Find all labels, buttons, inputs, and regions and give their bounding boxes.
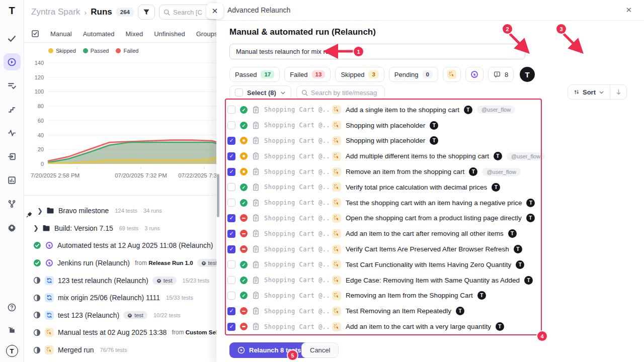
relaunch-button[interactable]: Relaunch 8 tests [229, 342, 309, 358]
test-row[interactable]: ✓ Shopping Cart @.. Shopping with placeh… [227, 133, 549, 149]
run-title[interactable]: Jenkins run (Relaunch) [57, 259, 130, 267]
test-row[interactable]: ✓ Shopping Cart @.. Add an item to the c… [227, 319, 549, 334]
filter-chip-pending[interactable]: Pending 0 [389, 67, 438, 82]
settings-gear-icon[interactable] [4, 219, 21, 236]
search-clear-button[interactable]: ✕ [206, 3, 223, 19]
run-row[interactable]: test 123 (Relaunch)test10/22 tests [24, 307, 220, 324]
run-row[interactable]: Manual tests at 02 Aug 2025 13:38from Cu… [24, 324, 220, 341]
test-checkbox[interactable]: ✓ [227, 230, 235, 238]
run-row[interactable]: Automated tests at 12 Aug 2025 11:08 (Re… [24, 237, 220, 254]
filter-button[interactable] [138, 5, 155, 20]
tab-manual[interactable]: Manual [50, 30, 72, 38]
run-title[interactable]: Manual tests at 02 Aug 2025 13:38 [58, 328, 167, 336]
test-title[interactable]: Test Cart Functionality with Items Havin… [346, 261, 511, 268]
run-row[interactable]: mix origin 25/06 (Relaunch) 111115/33 te… [24, 289, 220, 307]
chevron-right-icon[interactable]: ❯ [37, 207, 42, 215]
sort-dropdown[interactable]: Sort [568, 85, 610, 99]
milestone-title[interactable]: Build: Version 7.15 [54, 224, 113, 232]
projects-folders-icon[interactable] [4, 322, 21, 339]
close-icon[interactable]: ✕ [625, 6, 632, 15]
test-tag[interactable]: @user_flow [477, 106, 515, 114]
test-row[interactable]: ✓ ✓ Shopping Cart @.. Shopping with plac… [227, 118, 549, 133]
test-tag[interactable]: @user_flow [482, 168, 520, 176]
run-name-input[interactable] [229, 44, 525, 59]
test-row[interactable]: ✓ Shopping Cart @.. Open the shopping ca… [227, 211, 549, 226]
tab-groups[interactable]: Groups [196, 30, 218, 38]
run-title[interactable]: test 123 (Relaunch) [58, 311, 119, 319]
select-all-dropdown[interactable]: ✓ Select (8) [229, 85, 291, 100]
test-checkbox[interactable]: ✓ [227, 137, 235, 145]
steps-nav-icon[interactable] [4, 101, 21, 118]
test-row[interactable]: ✓ ✓ Shopping Cart @.. Edge Case: Removin… [227, 273, 549, 288]
milestone-title[interactable]: Bravo milestone [58, 207, 109, 215]
test-row[interactable]: ✓ ✓ Shopping Cart @.. Test Cart Function… [227, 257, 549, 273]
test-row[interactable]: ✓ ✓ Shopping Cart @.. Removing an Item f… [227, 288, 549, 304]
test-checkbox[interactable]: ✓ [227, 260, 235, 268]
run-title[interactable]: Automated tests at 12 Aug 2025 11:08 (Re… [57, 241, 213, 249]
test-checkbox[interactable]: ✓ [227, 183, 235, 191]
import-nav-icon[interactable] [4, 148, 21, 165]
milestone-row[interactable]: ❯Bravo milestone124 tests34 runs [24, 202, 220, 220]
checks-nav-icon[interactable] [4, 30, 21, 47]
test-checkbox[interactable]: ✓ [227, 121, 235, 129]
plans-nav-icon[interactable] [4, 77, 21, 94]
reports-nav-icon[interactable] [4, 171, 21, 189]
test-checkbox[interactable]: ✓ [227, 323, 235, 331]
test-title[interactable]: Edge Case: Removing Item with Same Quant… [346, 277, 520, 284]
select-all-checkbox[interactable]: ✓ [235, 88, 243, 97]
test-title[interactable]: Shopping with placeholder [346, 122, 425, 129]
chevron-right-icon[interactable]: ❯ [33, 224, 38, 232]
test-checkbox[interactable]: ✓ [227, 276, 235, 284]
test-row[interactable]: ✓ Shopping Cart @.. Remove an item from … [227, 164, 549, 179]
test-row[interactable]: ✓ ✓ Shopping Cart @.. Test the shopping … [227, 195, 549, 211]
test-title[interactable]: Add an item to the cart with a very larg… [346, 323, 491, 330]
test-checkbox[interactable]: ✓ [227, 152, 235, 160]
filter-chip-skipped[interactable]: Skipped 3 [335, 67, 384, 82]
test-title[interactable]: Add an item to the cart after removing a… [346, 230, 504, 237]
filter-chip-manual-burst-icon[interactable] [443, 67, 461, 82]
test-row[interactable]: ✓ Shopping Cart @.. Test Removing an Ite… [227, 303, 549, 319]
test-checkbox[interactable]: ✓ [227, 307, 235, 315]
branches-nav-icon[interactable] [4, 195, 21, 212]
breadcrumb-project[interactable]: Zyntra Spark [31, 7, 80, 17]
test-title[interactable]: Verify total price calculation with deci… [346, 184, 487, 191]
test-row[interactable]: ✓ Shopping Cart @.. Add multiple differe… [227, 148, 549, 164]
filter-chip-failed[interactable]: Failed 13 [284, 67, 331, 82]
test-checkbox[interactable]: ✓ [227, 245, 235, 253]
test-title[interactable]: Add a single item to the shopping cart [346, 106, 459, 114]
run-title[interactable]: Merged run [58, 346, 94, 354]
test-checkbox[interactable]: ✓ [227, 199, 235, 207]
test-checkbox[interactable]: ✓ [227, 106, 235, 114]
test-row[interactable]: ✓ Shopping Cart @.. Add an item to the c… [227, 226, 549, 241]
account-avatar[interactable]: T [6, 345, 18, 357]
test-row[interactable]: ✓ Shopping Cart @.. Verify Cart Items Ar… [227, 241, 549, 257]
run-row[interactable]: Merged run76/76 tests [24, 341, 220, 359]
tab-unfinished[interactable]: Unfinished [154, 30, 185, 38]
test-title[interactable]: Shopping with placeholder [346, 137, 425, 144]
run-row[interactable]: Jenkins run (Relaunch)from Release Run 1… [24, 254, 220, 272]
test-row[interactable]: ✓ ✓ Shopping Cart @.. Verify total price… [227, 179, 549, 195]
test-title[interactable]: Open the shopping cart from a product li… [346, 214, 522, 222]
select-runs-icon[interactable] [31, 30, 39, 38]
tests-search-input[interactable]: Search by title/messag [296, 85, 385, 100]
test-title[interactable]: Test Removing an Item Repeatedly [346, 307, 451, 315]
test-checkbox[interactable]: ✓ [227, 292, 235, 300]
test-tag[interactable]: @user_flow [507, 152, 545, 160]
test-title[interactable]: Removing an Item from the Shopping Cart [346, 292, 473, 299]
pulse-nav-icon[interactable] [4, 124, 21, 141]
filter-chip-automated-cursor-icon[interactable] [465, 67, 484, 82]
test-title[interactable]: Verify Cart Items Are Preserved After Br… [346, 245, 509, 253]
test-row[interactable]: ✓ ✓ Shopping Cart @.. Add a single item … [227, 102, 549, 118]
milestone-row[interactable]: ❯Build: Version 7.1569 tests3 runs [24, 220, 220, 237]
runs-nav-icon[interactable] [4, 53, 21, 70]
test-title[interactable]: Test the shopping cart with an item havi… [346, 199, 522, 207]
run-title[interactable]: 123 test relaunch (Relaunch) [58, 277, 148, 285]
test-title[interactable]: Remove an item from the shopping cart [346, 168, 464, 175]
help-icon[interactable] [4, 299, 21, 316]
assignee-avatar[interactable]: T [520, 67, 535, 82]
run-title[interactable]: mix origin 25/06 (Relaunch) 1111 [58, 294, 160, 302]
test-checkbox[interactable]: ✓ [227, 214, 235, 222]
tab-automated[interactable]: Automated [83, 30, 115, 38]
filter-chip-passed[interactable]: Passed 17 [229, 67, 280, 82]
sort-direction-button[interactable] [610, 85, 626, 99]
